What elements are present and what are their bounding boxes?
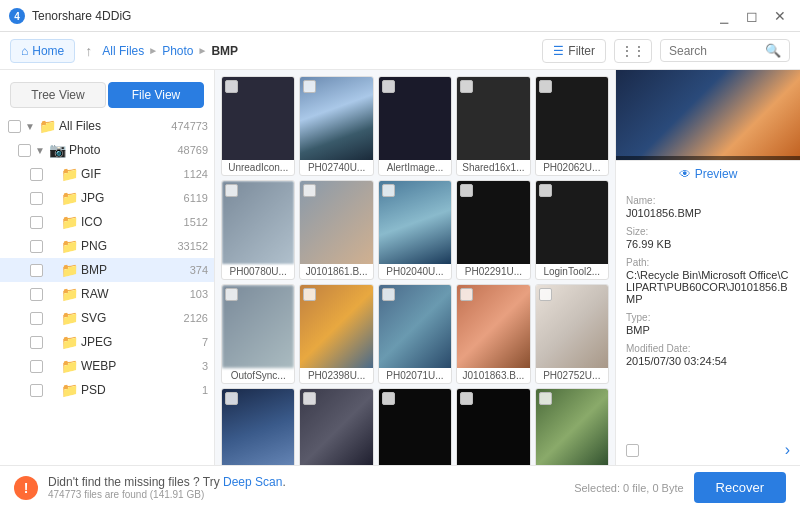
list-item[interactable]: Shared16x1... — [456, 76, 530, 176]
list-item[interactable]: OutofSync... — [221, 284, 295, 384]
list-item[interactable]: PH02752U... — [535, 284, 609, 384]
psd-checkbox[interactable] — [30, 384, 43, 397]
tree-view-button[interactable]: Tree View — [10, 82, 106, 108]
file-checkbox[interactable] — [382, 288, 395, 301]
list-item[interactable]: PH02291U... — [456, 180, 530, 280]
back-button[interactable]: ↑ — [85, 43, 92, 59]
search-input[interactable] — [669, 44, 761, 58]
psd-count: 1 — [202, 384, 208, 396]
home-button[interactable]: ⌂ Home — [10, 39, 75, 63]
photo-toggle[interactable]: ▼ — [34, 144, 46, 156]
restore-button[interactable]: ◻ — [740, 6, 764, 26]
close-button[interactable]: ✕ — [768, 6, 792, 26]
list-item[interactable]: PH02398U... — [299, 284, 373, 384]
detail-type-row: Type: BMP — [626, 312, 790, 336]
file-checkbox[interactable] — [303, 288, 316, 301]
size-value: 76.99 KB — [626, 238, 790, 250]
list-item[interactable]: PH02071U... — [378, 284, 452, 384]
list-item[interactable]: UnreadIcon... — [221, 76, 295, 176]
list-item[interactable]: AlertImage... — [378, 388, 452, 465]
svg-checkbox[interactable] — [30, 312, 43, 325]
deep-scan-link[interactable]: Deep Scan — [223, 475, 282, 489]
preview-button[interactable]: 👁 Preview — [616, 160, 800, 187]
sidebar-item-raw[interactable]: 📁 RAW 103 — [0, 282, 214, 306]
list-item[interactable]: PH01332U... — [221, 388, 295, 465]
file-checkbox[interactable] — [382, 392, 395, 405]
gif-checkbox[interactable] — [30, 168, 43, 181]
list-item[interactable]: PH02740U... — [299, 76, 373, 176]
list-item[interactable]: J0101863.B... — [456, 284, 530, 384]
raw-checkbox[interactable] — [30, 288, 43, 301]
list-item[interactable]: PH02062U... — [535, 76, 609, 176]
sidebar-item-webp[interactable]: 📁 WEBP 3 — [0, 354, 214, 378]
path-key: Path: — [626, 257, 790, 268]
file-checkbox[interactable] — [460, 288, 473, 301]
raw-icon: 📁 — [61, 286, 78, 302]
file-checkbox[interactable] — [539, 184, 552, 197]
list-item[interactable]: PH02040U... — [378, 180, 452, 280]
file-view-button[interactable]: File View — [108, 82, 204, 108]
list-item[interactable]: PH02757U... — [535, 388, 609, 465]
type-key: Type: — [626, 312, 790, 323]
file-checkbox[interactable] — [460, 392, 473, 405]
file-checkbox[interactable] — [225, 392, 238, 405]
filter-button[interactable]: ☰ Filter — [542, 39, 606, 63]
ico-count: 1512 — [184, 216, 208, 228]
file-checkbox[interactable] — [303, 184, 316, 197]
minimize-button[interactable]: ⎯ — [712, 6, 736, 26]
sidebar-item-jpeg[interactable]: 📁 JPEG 7 — [0, 330, 214, 354]
sidebar-item-psd[interactable]: 📁 PSD 1 — [0, 378, 214, 402]
list-item[interactable]: PH01607U... — [456, 388, 530, 465]
all-files-toggle[interactable]: ▼ — [24, 120, 36, 132]
chevron-right-icon[interactable]: › — [785, 441, 790, 459]
file-checkbox[interactable] — [539, 80, 552, 93]
file-checkbox[interactable] — [225, 184, 238, 197]
file-checkbox[interactable] — [539, 392, 552, 405]
view-mode-button[interactable]: ⋮⋮ — [614, 39, 652, 63]
list-item[interactable]: AlertImage... — [378, 76, 452, 176]
file-checkbox[interactable] — [303, 392, 316, 405]
all-files-checkbox[interactable] — [8, 120, 21, 133]
list-item[interactable]: PH00780U... — [221, 180, 295, 280]
sidebar-item-svg[interactable]: 📁 SVG 2126 — [0, 306, 214, 330]
list-item[interactable]: J0101861.B... — [299, 180, 373, 280]
detail-panel: 👁 Preview Name: J0101856.BMP Size: 76.99… — [615, 70, 800, 465]
sidebar-item-bmp[interactable]: 📁 BMP 374 — [0, 258, 214, 282]
ico-checkbox[interactable] — [30, 216, 43, 229]
file-name: J0101861.B... — [300, 264, 372, 279]
list-item[interactable]: LoginTool2... — [535, 180, 609, 280]
file-checkbox[interactable] — [303, 80, 316, 93]
sidebar-item-photo[interactable]: ▼ 📷 Photo 48769 — [0, 138, 214, 162]
recover-button[interactable]: Recover — [694, 472, 786, 503]
file-checkbox[interactable] — [460, 80, 473, 93]
file-checkbox[interactable] — [382, 184, 395, 197]
webp-checkbox[interactable] — [30, 360, 43, 373]
breadcrumb-photo[interactable]: Photo — [162, 44, 193, 58]
photo-checkbox[interactable] — [18, 144, 31, 157]
file-checkbox[interactable] — [382, 80, 395, 93]
file-checkbox[interactable] — [225, 80, 238, 93]
jpeg-checkbox[interactable] — [30, 336, 43, 349]
file-checkbox[interactable] — [225, 288, 238, 301]
search-icon[interactable]: 🔍 — [765, 43, 781, 58]
jpg-checkbox[interactable] — [30, 192, 43, 205]
breadcrumb-all-files[interactable]: All Files — [102, 44, 144, 58]
sidebar-item-gif[interactable]: 📁 GIF 1124 — [0, 162, 214, 186]
file-checkbox[interactable] — [460, 184, 473, 197]
png-checkbox[interactable] — [30, 240, 43, 253]
sidebar-item-ico[interactable]: 📁 ICO 1512 — [0, 210, 214, 234]
path-value: C:\Recycle Bin\Microsoft Office\CLIPART\… — [626, 269, 790, 305]
bmp-checkbox[interactable] — [30, 264, 43, 277]
detail-item-checkbox[interactable] — [626, 444, 639, 457]
ico-icon: 📁 — [61, 214, 78, 230]
sidebar-item-jpg[interactable]: 📁 JPG 6119 — [0, 186, 214, 210]
psd-label: PSD — [81, 383, 195, 397]
sidebar-item-png[interactable]: 📁 PNG 33152 — [0, 234, 214, 258]
file-name: PH02291U... — [457, 264, 529, 279]
breadcrumb-bmp: BMP — [211, 44, 238, 58]
list-item[interactable]: PH02039U... — [299, 388, 373, 465]
modified-value: 2015/07/30 03:24:54 — [626, 355, 790, 367]
sidebar-item-all-files[interactable]: ▼ 📁 All Files 474773 — [0, 114, 214, 138]
file-checkbox[interactable] — [539, 288, 552, 301]
titlebar-controls: ⎯ ◻ ✕ — [712, 6, 792, 26]
